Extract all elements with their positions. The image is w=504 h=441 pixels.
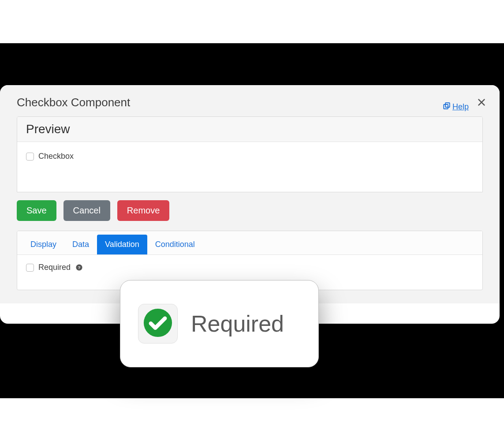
close-icon xyxy=(477,95,486,110)
save-button[interactable]: Save xyxy=(17,200,56,221)
header-actions: Help xyxy=(443,93,486,112)
popout-icon xyxy=(443,102,451,112)
help-link-label: Help xyxy=(452,102,469,112)
required-checkbox-row[interactable]: Required ? xyxy=(26,263,474,272)
tab-data[interactable]: Data xyxy=(64,235,97,254)
modal-header: Checkbox Component Help xyxy=(0,85,500,116)
cancel-button[interactable]: Cancel xyxy=(63,200,110,221)
preview-checkbox-row[interactable]: Checkbox xyxy=(26,152,474,161)
tab-display[interactable]: Display xyxy=(22,235,64,254)
help-link[interactable]: Help xyxy=(443,102,469,112)
svg-rect-0 xyxy=(444,105,448,109)
action-button-row: Save Cancel Remove xyxy=(17,192,483,231)
remove-button[interactable]: Remove xyxy=(117,200,169,221)
check-badge xyxy=(138,304,178,344)
checkbox-input[interactable] xyxy=(26,153,34,161)
modal-body: Preview Checkbox Save Cancel Remove Disp… xyxy=(0,116,500,303)
svg-text:?: ? xyxy=(78,265,80,270)
preview-checkbox-label: Checkbox xyxy=(38,152,74,161)
question-circle-icon[interactable]: ? xyxy=(75,264,83,272)
required-checkbox-input[interactable] xyxy=(26,264,34,272)
close-button[interactable] xyxy=(477,96,486,109)
tab-validation[interactable]: Validation xyxy=(97,235,147,254)
svg-rect-1 xyxy=(445,103,450,107)
required-label: Required xyxy=(38,263,71,272)
tab-conditional[interactable]: Conditional xyxy=(147,235,203,254)
checkmark-circle-icon xyxy=(142,307,173,340)
preview-heading: Preview xyxy=(17,117,482,142)
tabs: Display Data Validation Conditional xyxy=(17,231,482,255)
modal-title: Checkbox Component xyxy=(17,96,130,109)
required-callout: Required xyxy=(120,280,319,367)
preview-content: Checkbox xyxy=(17,142,482,192)
preview-panel: Preview Checkbox xyxy=(17,116,483,192)
callout-label: Required xyxy=(191,310,284,337)
